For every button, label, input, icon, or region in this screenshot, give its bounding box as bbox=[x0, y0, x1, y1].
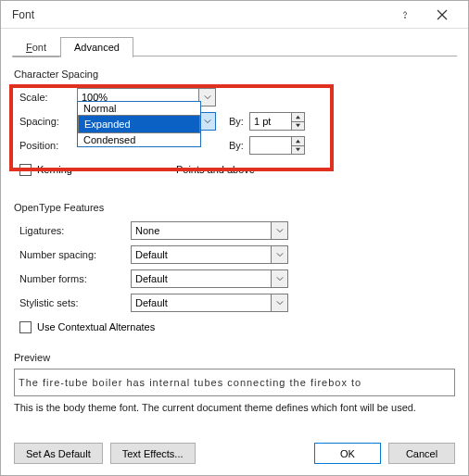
ligatures-value: None bbox=[135, 225, 159, 236]
tab-font[interactable]: Font bbox=[12, 37, 60, 57]
stylistic-sets-label: Stylistic sets: bbox=[19, 297, 131, 308]
number-forms-select[interactable]: Default bbox=[131, 269, 288, 288]
help-button[interactable] bbox=[387, 2, 424, 28]
svg-point-0 bbox=[405, 17, 406, 18]
stylistic-sets-select[interactable]: Default bbox=[131, 294, 288, 312]
spin-down-icon[interactable] bbox=[292, 122, 304, 131]
preview-note: This is the body theme font. The current… bbox=[14, 402, 455, 413]
chevron-down-icon[interactable] bbox=[271, 270, 287, 287]
kerning-checkbox[interactable] bbox=[19, 164, 32, 176]
by-spacing-value: 1 pt bbox=[254, 116, 271, 127]
points-and-above-label: Points and above bbox=[176, 164, 255, 175]
cancel-button[interactable]: Cancel bbox=[388, 443, 455, 464]
spacing-label: Spacing: bbox=[19, 116, 77, 127]
spin-up-icon[interactable] bbox=[292, 137, 304, 146]
titlebar: Font bbox=[1, 1, 468, 29]
tab-advanced[interactable]: Advanced bbox=[60, 37, 133, 57]
number-spacing-value: Default bbox=[135, 249, 168, 260]
spacing-dropdown-popup[interactable]: Normal Expanded Condensed bbox=[77, 101, 201, 147]
scale-label: Scale: bbox=[19, 92, 77, 103]
chevron-down-icon[interactable] bbox=[271, 222, 287, 239]
preview-title: Preview bbox=[14, 352, 455, 363]
dropdown-item-expanded[interactable]: Expanded bbox=[78, 115, 200, 133]
by-spacing-spinner[interactable]: 1 pt bbox=[249, 112, 305, 131]
number-forms-value: Default bbox=[135, 273, 168, 284]
by-spacing-label: By: bbox=[229, 116, 249, 127]
button-bar: Set As Default Text Effects... OK Cancel bbox=[1, 443, 468, 464]
close-button[interactable] bbox=[424, 2, 461, 28]
opentype-title: OpenType Features bbox=[14, 202, 455, 213]
ligatures-label: Ligatures: bbox=[19, 225, 131, 236]
ok-button[interactable]: OK bbox=[314, 443, 381, 464]
number-forms-label: Number forms: bbox=[19, 273, 131, 284]
kerning-label: Kerning bbox=[37, 164, 72, 175]
contextual-alternates-label: Use Contextual Alternates bbox=[37, 321, 155, 332]
dropdown-item-condensed[interactable]: Condensed bbox=[78, 133, 200, 146]
by-position-spinner[interactable] bbox=[249, 136, 305, 155]
by-position-label: By: bbox=[229, 140, 249, 151]
preview-box: The fire-tube boiler has internal tubes … bbox=[14, 369, 455, 396]
stylistic-sets-value: Default bbox=[135, 297, 168, 308]
chevron-down-icon[interactable] bbox=[271, 294, 287, 311]
chevron-down-icon[interactable] bbox=[271, 246, 287, 263]
contextual-alternates-checkbox[interactable] bbox=[19, 321, 32, 333]
spin-down-icon[interactable] bbox=[292, 146, 304, 155]
number-spacing-select[interactable]: Default bbox=[131, 245, 288, 264]
set-as-default-button[interactable]: Set As Default bbox=[14, 443, 103, 464]
window-title: Font bbox=[8, 8, 387, 21]
ligatures-select[interactable]: None bbox=[131, 221, 288, 240]
tab-strip: Font Advanced bbox=[1, 29, 468, 56]
dropdown-item-normal[interactable]: Normal bbox=[78, 102, 200, 115]
spin-up-icon[interactable] bbox=[292, 113, 304, 122]
number-spacing-label: Number spacing: bbox=[19, 249, 131, 260]
character-spacing-title: Character Spacing bbox=[14, 69, 455, 80]
preview-text: The fire-tube boiler has internal tubes … bbox=[19, 377, 361, 388]
text-effects-button[interactable]: Text Effects... bbox=[110, 443, 196, 464]
position-label: Position: bbox=[19, 140, 77, 151]
